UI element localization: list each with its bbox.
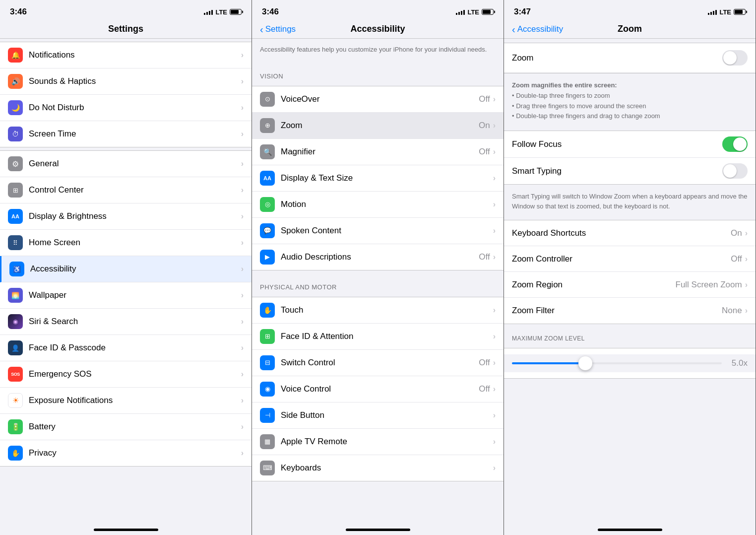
follow-focus-row[interactable]: Follow Focus	[504, 131, 756, 158]
list-item-screentime[interactable]: ⏱ Screen Time ›	[0, 121, 252, 147]
back-button-2[interactable]: ‹ Settings	[260, 24, 296, 34]
zoom-slider-track[interactable]	[512, 362, 722, 364]
motion-label: Motion	[281, 200, 493, 209]
network-label-2: LTE	[467, 8, 479, 16]
list-item-audiodesc[interactable]: ▶ Audio Descriptions Off ›	[252, 244, 504, 270]
chevron-icon: ›	[493, 306, 496, 315]
zoom-filter-row[interactable]: Zoom Filter None ›	[504, 298, 756, 324]
notifications-icon: 🔔	[8, 48, 23, 63]
smart-typing-label: Smart Typing	[512, 166, 722, 176]
smart-typing-note: Smart Typing will switch to Window Zoom …	[504, 188, 756, 217]
signal-icon-2	[456, 9, 465, 15]
zoom-toggle[interactable]	[722, 50, 748, 66]
nav-bar-2: ‹ Settings Accessibility	[252, 20, 504, 39]
screentime-label: Screen Time	[29, 129, 241, 139]
keyboard-shortcuts-value: On	[731, 228, 742, 238]
max-zoom-header: MAXIMUM ZOOM LEVEL	[504, 327, 756, 345]
settings-list-1: 🔔 Notifications › 🔊 Sounds & Haptics › 🌙…	[0, 39, 252, 520]
status-icons-3: LTE	[708, 8, 746, 16]
nav-bar-3: ‹ Accessibility Zoom	[504, 20, 756, 39]
displaytext-label: Display & Text Size	[281, 173, 493, 183]
list-item-sos[interactable]: SOS Emergency SOS ›	[0, 361, 252, 388]
list-item-zoom[interactable]: ⊕ Zoom On ›	[252, 113, 504, 139]
accessibility-icon: ♿	[9, 262, 24, 276]
list-item-switchcontrol[interactable]: ⊟ Switch Control Off ›	[252, 350, 504, 376]
chevron-icon: ›	[493, 121, 496, 130]
zoom-toggle-row[interactable]: Zoom	[504, 43, 756, 73]
smart-typing-row[interactable]: Smart Typing	[504, 158, 756, 184]
time-2: 3:46	[262, 7, 279, 17]
list-item-voiceover[interactable]: ⊙ VoiceOver Off ›	[252, 86, 504, 113]
list-item-accessibility[interactable]: ♿ Accessibility ›	[0, 256, 252, 282]
list-item-battery[interactable]: 🔋 Battery ›	[0, 414, 252, 440]
list-item-sounds[interactable]: 🔊 Sounds & Haptics ›	[0, 68, 252, 95]
zoom-controller-row[interactable]: Zoom Controller Off ›	[504, 246, 756, 272]
siri-icon: ◉	[8, 314, 23, 329]
audiodesc-icon: ▶	[260, 250, 275, 265]
list-item-faceid-attention[interactable]: ⊞ Face ID & Attention ›	[252, 324, 504, 350]
list-item-displaytext[interactable]: AA Display & Text Size ›	[252, 165, 504, 192]
displaytext-icon: AA	[260, 171, 275, 186]
back-label-3: Accessibility	[517, 24, 564, 34]
chevron-icon: ›	[241, 265, 244, 273]
spokencontent-label: Spoken Content	[281, 226, 493, 236]
smart-typing-thumb	[723, 164, 737, 178]
smart-typing-toggle[interactable]	[722, 163, 748, 179]
accessibility-description: Accessibility features help you customiz…	[252, 39, 504, 63]
list-item-motion[interactable]: ◎ Motion ›	[252, 192, 504, 218]
list-item-donotdisturb[interactable]: 🌙 Do Not Disturb ›	[0, 95, 252, 121]
faceid-icon: 👤	[8, 340, 23, 355]
list-item-homescreen[interactable]: ⠿ Home Screen ›	[0, 230, 252, 256]
chevron-icon: ›	[493, 174, 496, 183]
zoom-region-row[interactable]: Zoom Region Full Screen Zoom ›	[504, 272, 756, 298]
list-item-wallpaper[interactable]: 🌅 Wallpaper ›	[0, 282, 252, 309]
siri-label: Siri & Search	[29, 317, 241, 327]
list-item-siri[interactable]: ◉ Siri & Search ›	[0, 309, 252, 335]
list-item-spokencontent[interactable]: 💬 Spoken Content ›	[252, 218, 504, 244]
zoom-slider-fill	[512, 362, 585, 364]
list-item-appletvremote[interactable]: ▦ Apple TV Remote ›	[252, 429, 504, 455]
back-button-3[interactable]: ‹ Accessibility	[512, 24, 563, 34]
spokencontent-icon: 💬	[260, 223, 275, 238]
controlcenter-label: Control Center	[29, 185, 241, 195]
network-label-1: LTE	[215, 8, 227, 16]
panel-zoom: 3:47 LTE ‹ Accessibility Zoom Zoom	[504, 0, 756, 535]
list-item-touch[interactable]: ✋ Touch ›	[252, 297, 504, 324]
sidebtn-label: Side Button	[281, 410, 493, 420]
battery-icon-item: 🔋	[8, 419, 23, 434]
wallpaper-label: Wallpaper	[29, 290, 241, 300]
general-icon: ⚙	[8, 156, 23, 171]
zoom-slider-thumb[interactable]	[578, 356, 592, 370]
list-item-controlcenter[interactable]: ⊞ Control Center ›	[0, 177, 252, 203]
list-item-privacy[interactable]: ✋ Privacy ›	[0, 440, 252, 466]
chevron-icon: ›	[241, 212, 244, 221]
list-item-sidebutton[interactable]: ⊣ Side Button ›	[252, 402, 504, 429]
list-item-magnifier[interactable]: 🔍 Magnifier Off ›	[252, 139, 504, 165]
page-title-2: Accessibility	[350, 24, 405, 34]
list-item-voicecontrol[interactable]: ◉ Voice Control Off ›	[252, 376, 504, 402]
home-indicator-3	[504, 520, 756, 535]
list-item-notifications[interactable]: 🔔 Notifications ›	[0, 42, 252, 68]
follow-focus-toggle[interactable]	[722, 136, 748, 152]
network-label-3: LTE	[719, 8, 731, 16]
motor-group: ✋ Touch › ⊞ Face ID & Attention › ⊟ Swit…	[252, 297, 504, 481]
list-item-exposure[interactable]: ☀ Exposure Notifications ›	[0, 388, 252, 414]
chevron-icon: ›	[493, 253, 496, 262]
list-item-faceid[interactable]: 👤 Face ID & Passcode ›	[0, 335, 252, 361]
donotdisturb-icon: 🌙	[8, 100, 23, 115]
list-item-display[interactable]: AA Display & Brightness ›	[0, 203, 252, 230]
chevron-icon: ›	[241, 422, 244, 431]
general-label: General	[29, 159, 241, 169]
chevron-icon: ›	[493, 332, 496, 341]
chevron-icon: ›	[493, 411, 496, 420]
donotdisturb-label: Do Not Disturb	[29, 103, 241, 113]
time-3: 3:47	[514, 7, 531, 17]
appletvremote-label: Apple TV Remote	[281, 437, 493, 447]
keyboard-shortcuts-row[interactable]: Keyboard Shortcuts On ›	[504, 220, 756, 246]
voicectrl-icon: ◉	[260, 382, 275, 397]
chevron-icon: ›	[745, 306, 748, 315]
zoom-desc-bullet2: • Drag three fingers to move around the …	[512, 102, 646, 110]
list-item-keyboards[interactable]: ⌨ Keyboards ›	[252, 455, 504, 481]
chevron-icon: ›	[241, 370, 244, 379]
list-item-general[interactable]: ⚙ General ›	[0, 151, 252, 177]
